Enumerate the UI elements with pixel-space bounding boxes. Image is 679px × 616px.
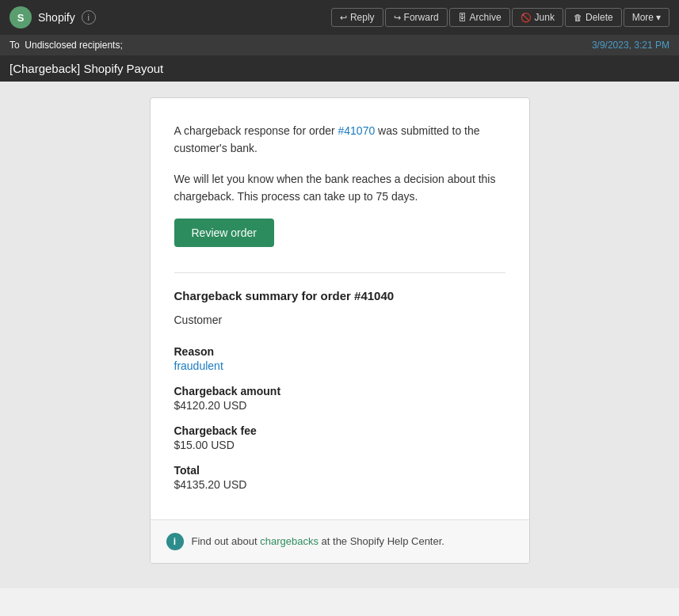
delete-button[interactable]: 🗑 Delete xyxy=(565,8,622,27)
email-card: A chargeback response for order #41070 w… xyxy=(150,97,530,564)
email-timestamp: 3/9/2023, 3:21 PM xyxy=(592,40,669,51)
chargeback-fee-label: Chargeback fee xyxy=(174,424,505,437)
total-label: Total xyxy=(174,464,505,477)
chargeback-amount-block: Chargeback amount $4120.20 USD xyxy=(174,385,505,412)
review-order-button[interactable]: Review order xyxy=(174,219,274,247)
forward-icon: ↪ xyxy=(394,13,401,23)
email-body-wrapper: A chargeback response for order #41070 w… xyxy=(0,82,679,588)
archive-icon: 🗄 xyxy=(458,13,467,22)
footer-text: Find out about chargebacks at the Shopif… xyxy=(192,535,444,547)
intro-paragraph-1: A chargeback response for order #41070 w… xyxy=(174,122,505,158)
delete-icon: 🗑 xyxy=(574,13,582,22)
reply-icon: ↩ xyxy=(340,13,347,23)
email-meta: To Undisclosed recipients; 3/9/2023, 3:2… xyxy=(0,35,679,55)
forward-button[interactable]: ↪ Forward xyxy=(385,8,448,27)
reply-button[interactable]: ↩ Reply xyxy=(331,8,383,27)
total-value: $4135.20 USD xyxy=(174,478,505,491)
sender-avatar: S xyxy=(10,6,32,29)
total-block: Total $4135.20 USD xyxy=(174,464,505,491)
customer-label: Customer xyxy=(174,314,505,326)
section-divider xyxy=(174,272,505,273)
email-subject: [Chargeback] Shopify Payout xyxy=(0,55,679,82)
more-button[interactable]: More ▾ xyxy=(624,8,669,27)
chargebacks-link[interactable]: chargebacks xyxy=(260,535,319,547)
chargeback-fee-value: $15.00 USD xyxy=(174,439,505,451)
chargeback-fee-block: Chargeback fee $15.00 USD xyxy=(174,424,505,451)
junk-icon: 🚫 xyxy=(521,13,532,23)
chargeback-amount-label: Chargeback amount xyxy=(174,385,505,397)
info-icon[interactable]: i xyxy=(82,10,96,25)
email-footer: i Find out about chargebacks at the Shop… xyxy=(151,519,529,563)
sender-name: Shopify xyxy=(38,11,75,24)
archive-button[interactable]: 🗄 Archive xyxy=(449,8,510,27)
intro-paragraph-2: We will let you know when the bank reach… xyxy=(174,170,505,206)
footer-info-icon: i xyxy=(166,533,184,550)
reason-value: fraudulent xyxy=(174,359,505,372)
sender-area: S Shopify i xyxy=(10,6,96,29)
to-field: To Undisclosed recipients; xyxy=(10,40,123,51)
toolbar: ↩ Reply ↪ Forward 🗄 Archive 🚫 Junk 🗑 Del… xyxy=(331,8,669,27)
reason-label: Reason xyxy=(174,345,505,358)
summary-title: Chargeback summary for order #41040 xyxy=(174,289,505,302)
email-header: S Shopify i ↩ Reply ↪ Forward 🗄 Archive … xyxy=(0,0,679,35)
reason-block: Reason fraudulent xyxy=(174,345,505,372)
order-link[interactable]: #41070 xyxy=(338,124,376,137)
junk-button[interactable]: 🚫 Junk xyxy=(512,8,563,27)
chevron-down-icon: ▾ xyxy=(656,12,661,23)
chargeback-amount-value: $4120.20 USD xyxy=(174,399,505,412)
email-content: A chargeback response for order #41070 w… xyxy=(151,98,529,519)
